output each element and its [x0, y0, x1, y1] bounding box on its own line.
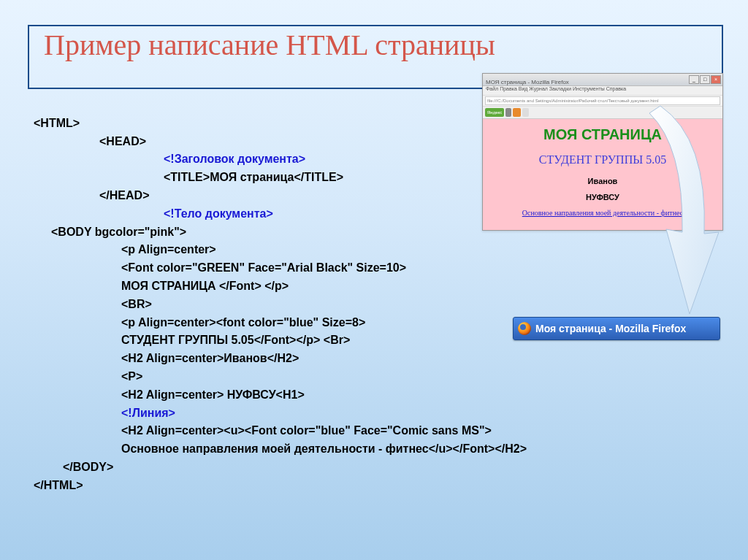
code-line: МОЯ СТРАНИЦА </Font> </p> [34, 277, 289, 296]
code-line: <TITLE>МОЯ страница</TITLE> [34, 169, 343, 187]
code-line: <Font color="GREEN" Face="Arial Black" S… [34, 259, 406, 277]
page-body: МОЯ СТРАНИЦА СТУДЕНТ ГРУППЫ 5.05 Иванов … [483, 119, 722, 230]
taskbar-button[interactable]: Моя страница - Mozilla Firefox [513, 317, 720, 340]
browser-preview: МОЯ страница - Mozilla Firefox _ □ × Фай… [482, 73, 722, 231]
browser-toolbar: Яндекс [483, 107, 722, 119]
page-text: Иванов [483, 177, 722, 185]
code-line: </HTML> [34, 479, 83, 491]
code-line: </HEAD> [34, 187, 149, 205]
url-field[interactable]: file:///C:/Documents and Settings/Admini… [485, 96, 720, 105]
minimize-icon[interactable]: _ [689, 75, 699, 84]
browser-menu[interactable]: Файл Правка Вид Журнал Закладки Инструме… [483, 86, 722, 96]
toolbar-btn[interactable] [505, 108, 511, 117]
code-line: <p Align=center><font color="blue" Size=… [34, 314, 365, 332]
code-comment: <!Тело документа> [34, 205, 273, 223]
code-comment: <!Линия> [34, 404, 175, 423]
code-line: <H2 Align=center>Иванов</H2> [34, 350, 299, 368]
code-comment: <!Заголовок документа> [34, 150, 305, 169]
browser-window: МОЯ страница - Mozilla Firefox _ □ × Фай… [482, 73, 723, 231]
code-line: СТУДЕНТ ГРУППЫ 5.05</Font></p> <Br> [34, 331, 350, 350]
taskbar-label: Моя страница - Mozilla Firefox [535, 323, 686, 334]
code-line: <P> [34, 368, 142, 386]
toolbar-btn[interactable]: Яндекс [485, 108, 504, 117]
code-example: <HTML> <HEAD> <!Заголовок документа> <TI… [34, 96, 527, 495]
toolbar-btn[interactable] [513, 108, 521, 117]
code-line: <H2 Align=center><u><Font color="blue" F… [34, 422, 492, 440]
code-line: <BODY bgcolor="pink"> [34, 223, 186, 242]
code-line: <HEAD> [34, 133, 146, 151]
code-line: <p Align=center> [34, 241, 216, 259]
toolbar-btn[interactable] [522, 108, 529, 117]
browser-titlebar: МОЯ страница - Mozilla Firefox _ □ × [483, 74, 722, 86]
window-title: МОЯ страница - Mozilla Firefox [483, 79, 569, 85]
page-heading: МОЯ СТРАНИЦА [483, 126, 722, 143]
code-line: <HTML> [34, 117, 80, 129]
slide-title: Пример написание HTML страницы [44, 28, 495, 62]
page-text: НУФВСУ [483, 193, 722, 202]
code-line: </BODY> [34, 459, 113, 477]
maximize-icon[interactable]: □ [700, 75, 710, 84]
close-icon[interactable]: × [711, 75, 721, 84]
page-subtitle: СТУДЕНТ ГРУППЫ 5.05 [483, 153, 722, 166]
code-line: <H2 Align=center> НУФВСУ<H1> [34, 386, 305, 404]
firefox-icon [518, 322, 531, 335]
code-line: <BR> [34, 296, 152, 314]
page-link[interactable]: Основное направления моей деятельности -… [483, 209, 722, 217]
address-bar: file:///C:/Documents and Settings/Admini… [483, 96, 722, 107]
code-line: Основное направления моей деятельности -… [34, 440, 527, 459]
